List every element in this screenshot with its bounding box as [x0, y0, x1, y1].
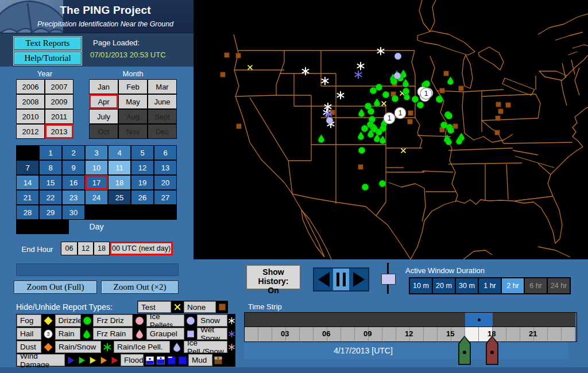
legend-toggle-frz-rain[interactable]: Frz Rain [93, 328, 133, 340]
legend-toggle-ice-pellets[interactable]: Ice Pellets [146, 314, 185, 327]
day-button-20[interactable]: 20 [154, 175, 177, 190]
time-cell-13[interactable] [424, 327, 438, 341]
map-marker-none[interactable] [235, 123, 242, 130]
map-marker-none[interactable] [495, 101, 502, 108]
month-button-june[interactable]: June [148, 94, 177, 109]
time-cell-10[interactable] [382, 327, 396, 341]
day-button-21[interactable]: 21 [16, 190, 39, 205]
map-marker-wet-snow[interactable] [354, 70, 363, 79]
legend-toggle-ice-pell-snow[interactable]: Ice Pell./Snow [184, 341, 227, 353]
day-button-1[interactable]: 1 [39, 145, 62, 160]
map-marker-none[interactable] [494, 129, 501, 136]
year-button-2008[interactable]: 2008 [16, 94, 45, 109]
map-marker-drizzle[interactable] [358, 146, 366, 154]
precipitation-map[interactable]: 111 [194, 0, 588, 259]
time-cell-23[interactable] [562, 327, 575, 341]
map-marker-ice-pellets[interactable] [326, 116, 334, 125]
map-marker-none[interactable] [505, 102, 512, 108]
end-hour-button-00-utc-next-day-[interactable]: 00 UTC (next day) [110, 242, 173, 255]
active-window-segment[interactable] [465, 313, 493, 327]
day-button-30[interactable]: 30 [62, 205, 85, 220]
legend-toggle-graupel[interactable]: Graupel [146, 328, 185, 340]
map-marker-test[interactable] [400, 147, 407, 154]
map-marker-none[interactable] [439, 87, 446, 94]
time-cell-22[interactable] [548, 327, 562, 341]
year-button-2010[interactable]: 2010 [16, 109, 45, 124]
legend-toggle-rain[interactable]: Rain [55, 328, 81, 340]
map-marker-none[interactable] [407, 118, 413, 125]
day-button-19[interactable]: 19 [131, 175, 154, 190]
zoom-out-full-button[interactable]: Zoom Out (Full) [14, 281, 97, 294]
map-marker-ice-pellets[interactable] [394, 52, 402, 60]
map-marker-drizzle[interactable] [416, 101, 424, 109]
step-back-button[interactable] [314, 269, 333, 290]
duration-button-1hr[interactable]: 1 hr [478, 278, 501, 294]
year-button-2006[interactable]: 2006 [16, 79, 45, 94]
year-button-2012[interactable]: 2012 [16, 124, 45, 139]
map-marker-drizzle[interactable] [447, 126, 455, 134]
day-button-23[interactable]: 23 [62, 190, 85, 205]
map-marker-rain[interactable] [373, 98, 381, 107]
map-marker-snow[interactable] [336, 91, 345, 100]
time-cell-7[interactable] [341, 327, 355, 341]
map-marker-hail-1[interactable]: 1 [394, 107, 407, 119]
map-marker-none[interactable] [223, 52, 230, 59]
day-button-14[interactable]: 14 [16, 175, 39, 190]
map-marker-drizzle[interactable] [375, 128, 383, 136]
day-button-12[interactable]: 12 [131, 160, 154, 175]
map-marker-rain[interactable] [446, 76, 455, 85]
text-reports-button[interactable]: Text Reports [14, 37, 82, 50]
map-marker-none[interactable] [219, 71, 226, 78]
day-button-28[interactable]: 28 [16, 205, 39, 220]
month-button-apr[interactable]: Apr [89, 94, 118, 109]
map-marker-rain[interactable] [317, 134, 326, 143]
map-marker-drizzle[interactable] [361, 183, 369, 191]
zoom-out-x2-button[interactable]: Zoom Out (×2) [101, 281, 179, 294]
end-hour-button-12[interactable]: 12 [78, 242, 94, 255]
map-marker-rain[interactable] [444, 137, 453, 145]
map-marker-hail-1[interactable]: 1 [420, 87, 432, 100]
year-button-2011[interactable]: 2011 [45, 109, 74, 124]
duration-button-30m[interactable]: 30 m [455, 278, 478, 294]
map-marker-hail-1[interactable]: 1 [383, 112, 396, 125]
day-button-17[interactable]: 17 [85, 175, 108, 190]
map-marker-drizzle[interactable] [378, 180, 386, 188]
map-marker-rain[interactable] [378, 135, 387, 144]
end-hour-button-06[interactable]: 06 [61, 242, 78, 255]
time-cell-19[interactable] [506, 327, 520, 341]
map-marker-snow[interactable] [356, 61, 365, 71]
day-button-9[interactable]: 9 [62, 160, 85, 175]
map-marker-drizzle[interactable] [402, 87, 410, 95]
map-marker-none[interactable] [235, 52, 242, 59]
day-button-29[interactable]: 29 [39, 205, 62, 220]
speed-slider-handle[interactable] [381, 274, 396, 285]
year-button-2007[interactable]: 2007 [45, 79, 74, 94]
legend-toggle-hail[interactable]: Hail [17, 328, 41, 340]
map-marker-none[interactable] [497, 108, 504, 115]
day-button-26[interactable]: 26 [131, 190, 154, 205]
map-marker-drizzle[interactable] [369, 87, 377, 95]
day-button-3[interactable]: 3 [85, 145, 108, 160]
map-marker-none[interactable] [407, 110, 414, 116]
map-marker-drizzle[interactable] [445, 112, 453, 120]
month-button-jan[interactable]: Jan [89, 79, 118, 94]
day-button-15[interactable]: 15 [39, 175, 62, 190]
map-marker-drizzle[interactable] [435, 95, 443, 103]
legend-toggle-wind-damage[interactable]: Wind Damage [17, 354, 65, 366]
day-button-11[interactable]: 11 [108, 160, 131, 175]
map-marker-none[interactable] [458, 85, 465, 92]
month-button-may[interactable]: May [118, 94, 148, 109]
legend-toggle-drizzle[interactable]: Drizzle [55, 314, 81, 327]
map-marker-snow[interactable] [320, 76, 330, 86]
day-button-24[interactable]: 24 [85, 190, 108, 205]
legend-toggle-flood[interactable]: Flood [121, 354, 144, 366]
duration-button-20m[interactable]: 20 m [432, 278, 455, 294]
day-button-4[interactable]: 4 [108, 145, 131, 160]
day-button-7[interactable]: 7 [16, 160, 39, 175]
month-button-mar[interactable]: Mar [148, 79, 177, 94]
legend-toggle-fog[interactable]: Fog [17, 314, 41, 327]
map-marker-rain[interactable] [455, 136, 463, 145]
time-cell-1[interactable] [258, 327, 272, 341]
legend-toggle-rain-ice-pell-[interactable]: Rain/Ice Pell. [114, 341, 170, 353]
duration-button-2hr[interactable]: 2 hr [501, 278, 524, 294]
